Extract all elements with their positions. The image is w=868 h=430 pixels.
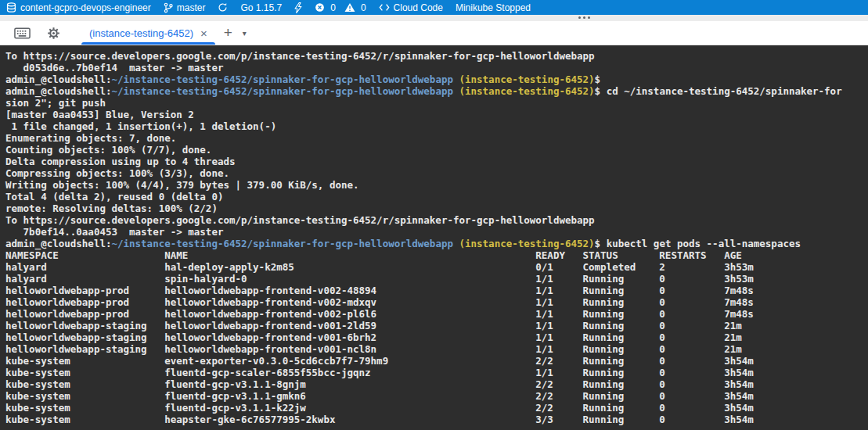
terminal-line: d053d6e..7b0ef14 master -> master xyxy=(5,62,868,73)
terminal-tab-bar: (instance-testing-6452) × + ▾ xyxy=(0,21,868,45)
language-server-status-item[interactable] xyxy=(294,0,302,15)
gear-icon xyxy=(47,27,60,40)
sync-icon xyxy=(218,2,228,13)
terminal-tab-instance-testing-6452[interactable]: (instance-testing-6452) × xyxy=(80,21,217,45)
pods-table-row: kube-system fluentd-gcp-v3.1.1-gmkn6 2/2… xyxy=(5,390,868,402)
terminal-line: Writing objects: 100% (4/4), 379 bytes |… xyxy=(5,179,868,191)
terminal-line: To https://source.developers.google.com/… xyxy=(5,214,868,226)
terminal-line: 7b0ef14..0aa0453 master -> master xyxy=(5,226,868,238)
git-branch-icon xyxy=(164,2,173,13)
gcp-project-status-item[interactable]: content-gcpro-devops-engineer xyxy=(6,0,151,15)
terminal-prompt-line: admin_@cloudshell:~/instance-testing-645… xyxy=(5,73,868,85)
terminal-line: remote: Resolving deltas: 100% (2/2) xyxy=(5,202,868,214)
minikube-status-item[interactable]: Minikube Stopped xyxy=(456,0,531,15)
panel-resize-splitter[interactable] xyxy=(0,15,868,21)
cloud-code-label: Cloud Code xyxy=(394,2,443,13)
terminal-prompt-line: admin_@cloudshell:~/instance-testing-645… xyxy=(5,238,868,249)
pods-table-row: kube-system heapster-gke-6c76577995-2kwb… xyxy=(5,414,868,425)
terminal-tab-dropdown-icon[interactable]: ▾ xyxy=(243,21,247,45)
close-tab-icon[interactable]: × xyxy=(200,27,207,39)
warning-count: 0 xyxy=(361,2,366,13)
pods-table-row: kube-system event-exporter-v0.3.0-5cd6cc… xyxy=(5,355,868,367)
pods-table-row: helloworldwebapp-prod helloworldwebapp-f… xyxy=(5,285,868,296)
go-version-status-item[interactable]: Go 1.15.7 xyxy=(240,0,282,15)
pods-table-row: halyard hal-deploy-apply-k2m85 0/1 Compl… xyxy=(5,261,868,273)
pods-table-row: helloworldwebapp-staging helloworldwebap… xyxy=(5,331,868,343)
terminal-settings-button[interactable] xyxy=(47,21,60,45)
keyboard-shortcuts-button[interactable] xyxy=(14,21,31,45)
pods-table-header: NAMESPACE NAME READY STATUS RESTARTS AGE xyxy=(5,249,868,261)
pods-table-row: helloworldwebapp-prod helloworldwebapp-f… xyxy=(5,296,868,308)
sync-status-item[interactable] xyxy=(218,0,228,15)
pods-table-row: kube-system fluentd-gcp-v3.1.1-k22jw 2/2… xyxy=(5,402,868,414)
error-icon xyxy=(315,2,325,13)
pods-table-row: helloworldwebapp-staging helloworldwebap… xyxy=(5,320,868,331)
new-terminal-tab-button[interactable]: + xyxy=(224,21,232,45)
terminal-line: Delta compression using up to 4 threads xyxy=(5,156,868,167)
go-version-label: Go 1.15.7 xyxy=(240,2,282,13)
pods-table-row: helloworldwebapp-staging helloworldwebap… xyxy=(5,343,868,355)
terminal-line: Counting objects: 100% (7/7), done. xyxy=(5,144,868,156)
pods-table-row: halyard spin-halyard-0 1/1 Running 0 3h5… xyxy=(5,273,868,285)
terminal-line: Total 4 (delta 2), reused 0 (delta 0) xyxy=(5,191,868,202)
pods-table-row: kube-system fluentd-gcp-scaler-6855f55bc… xyxy=(5,367,868,378)
terminal-line: [master 0aa0453] Blue, Version 2 xyxy=(5,109,868,120)
database-icon xyxy=(6,2,16,13)
problems-status-item[interactable]: 0 0 xyxy=(315,0,366,15)
drag-handle-icon xyxy=(578,16,590,19)
gcp-project-label: content-gcpro-devops-engineer xyxy=(20,2,151,13)
git-branch-label: master xyxy=(177,2,206,13)
error-count: 0 xyxy=(330,2,336,13)
code-brackets-icon xyxy=(379,3,390,12)
terminal-line: Enumerating objects: 7, done. xyxy=(5,132,868,144)
editor-status-bar: content-gcpro-devops-engineer master Go … xyxy=(0,0,868,15)
pods-table-row: helloworldwebapp-prod helloworldwebapp-f… xyxy=(5,308,868,320)
terminal-output[interactable]: To https://source.developers.google.com/… xyxy=(0,45,868,430)
cloud-code-status-item[interactable]: Cloud Code xyxy=(379,0,443,15)
warning-icon xyxy=(344,2,355,13)
terminal-line: Compressing objects: 100% (3/3), done. xyxy=(5,167,868,179)
terminal-line: 1 file changed, 1 insertion(+), 1 deleti… xyxy=(5,120,868,132)
git-branch-status-item[interactable]: master xyxy=(164,0,206,15)
pods-table-row: kube-system fluentd-gcp-v3.1.1-8gnjm 2/2… xyxy=(5,378,868,390)
keyboard-icon xyxy=(14,27,31,39)
terminal-line: sion 2"; git push xyxy=(5,97,868,109)
lightning-icon xyxy=(294,2,302,13)
terminal-tab-label: (instance-testing-6452) xyxy=(89,27,193,39)
minikube-label: Minikube Stopped xyxy=(456,2,531,13)
terminal-line: To https://source.developers.google.com/… xyxy=(5,50,868,62)
terminal-prompt-line: admin_@cloudshell:~/instance-testing-645… xyxy=(5,85,868,97)
